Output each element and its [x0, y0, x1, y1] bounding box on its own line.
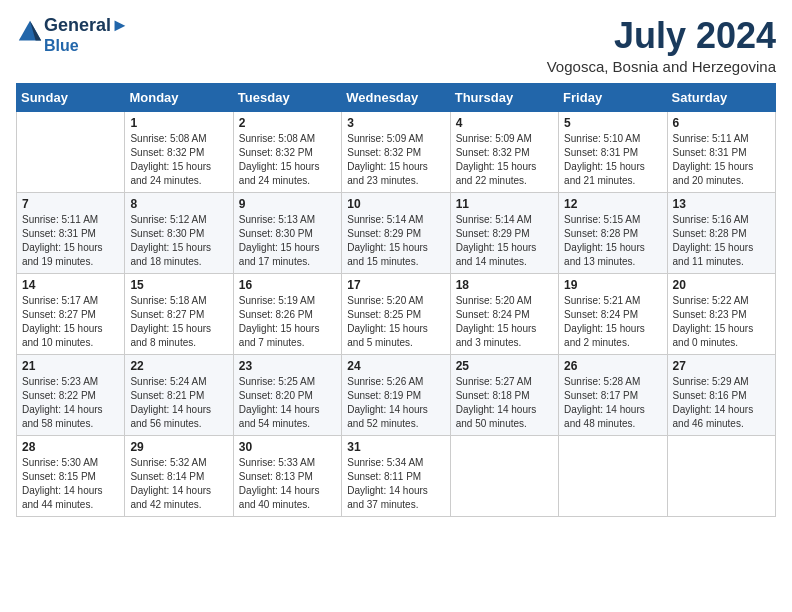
header-cell-friday: Friday: [559, 83, 667, 111]
day-number: 7: [22, 197, 119, 211]
day-info: Sunrise: 5:20 AM Sunset: 8:24 PM Dayligh…: [456, 294, 553, 350]
day-number: 10: [347, 197, 444, 211]
day-number: 29: [130, 440, 227, 454]
day-info: Sunrise: 5:29 AM Sunset: 8:16 PM Dayligh…: [673, 375, 770, 431]
day-cell: 17Sunrise: 5:20 AM Sunset: 8:25 PM Dayli…: [342, 273, 450, 354]
day-number: 8: [130, 197, 227, 211]
day-number: 5: [564, 116, 661, 130]
logo-icon: [16, 18, 44, 46]
day-info: Sunrise: 5:09 AM Sunset: 8:32 PM Dayligh…: [347, 132, 444, 188]
day-info: Sunrise: 5:08 AM Sunset: 8:32 PM Dayligh…: [239, 132, 336, 188]
day-cell: 7Sunrise: 5:11 AM Sunset: 8:31 PM Daylig…: [17, 192, 125, 273]
day-cell: 2Sunrise: 5:08 AM Sunset: 8:32 PM Daylig…: [233, 111, 341, 192]
day-number: 30: [239, 440, 336, 454]
day-number: 26: [564, 359, 661, 373]
day-number: 9: [239, 197, 336, 211]
day-cell: 18Sunrise: 5:20 AM Sunset: 8:24 PM Dayli…: [450, 273, 558, 354]
day-cell: 10Sunrise: 5:14 AM Sunset: 8:29 PM Dayli…: [342, 192, 450, 273]
day-number: 4: [456, 116, 553, 130]
day-number: 18: [456, 278, 553, 292]
logo: General► Blue: [16, 16, 129, 56]
day-info: Sunrise: 5:20 AM Sunset: 8:25 PM Dayligh…: [347, 294, 444, 350]
day-number: 2: [239, 116, 336, 130]
day-number: 13: [673, 197, 770, 211]
day-cell: 28Sunrise: 5:30 AM Sunset: 8:15 PM Dayli…: [17, 435, 125, 516]
day-number: 25: [456, 359, 553, 373]
day-number: 28: [22, 440, 119, 454]
day-number: 20: [673, 278, 770, 292]
day-cell: 15Sunrise: 5:18 AM Sunset: 8:27 PM Dayli…: [125, 273, 233, 354]
day-info: Sunrise: 5:14 AM Sunset: 8:29 PM Dayligh…: [456, 213, 553, 269]
day-number: 15: [130, 278, 227, 292]
day-cell: [17, 111, 125, 192]
day-number: 11: [456, 197, 553, 211]
header-cell-tuesday: Tuesday: [233, 83, 341, 111]
day-info: Sunrise: 5:14 AM Sunset: 8:29 PM Dayligh…: [347, 213, 444, 269]
day-number: 6: [673, 116, 770, 130]
day-cell: 27Sunrise: 5:29 AM Sunset: 8:16 PM Dayli…: [667, 354, 775, 435]
page-header: General► Blue July 2024 Vogosca, Bosnia …: [16, 16, 776, 75]
day-number: 1: [130, 116, 227, 130]
day-cell: 16Sunrise: 5:19 AM Sunset: 8:26 PM Dayli…: [233, 273, 341, 354]
day-number: 24: [347, 359, 444, 373]
day-number: 19: [564, 278, 661, 292]
day-info: Sunrise: 5:28 AM Sunset: 8:17 PM Dayligh…: [564, 375, 661, 431]
day-info: Sunrise: 5:18 AM Sunset: 8:27 PM Dayligh…: [130, 294, 227, 350]
header-cell-wednesday: Wednesday: [342, 83, 450, 111]
day-cell: [450, 435, 558, 516]
day-cell: 12Sunrise: 5:15 AM Sunset: 8:28 PM Dayli…: [559, 192, 667, 273]
day-cell: 11Sunrise: 5:14 AM Sunset: 8:29 PM Dayli…: [450, 192, 558, 273]
day-cell: 6Sunrise: 5:11 AM Sunset: 8:31 PM Daylig…: [667, 111, 775, 192]
day-cell: 25Sunrise: 5:27 AM Sunset: 8:18 PM Dayli…: [450, 354, 558, 435]
day-info: Sunrise: 5:27 AM Sunset: 8:18 PM Dayligh…: [456, 375, 553, 431]
day-info: Sunrise: 5:17 AM Sunset: 8:27 PM Dayligh…: [22, 294, 119, 350]
day-number: 3: [347, 116, 444, 130]
header-cell-thursday: Thursday: [450, 83, 558, 111]
month-title: July 2024: [547, 16, 776, 56]
calendar-header-row: SundayMondayTuesdayWednesdayThursdayFrid…: [17, 83, 776, 111]
day-info: Sunrise: 5:34 AM Sunset: 8:11 PM Dayligh…: [347, 456, 444, 512]
day-info: Sunrise: 5:08 AM Sunset: 8:32 PM Dayligh…: [130, 132, 227, 188]
day-cell: 1Sunrise: 5:08 AM Sunset: 8:32 PM Daylig…: [125, 111, 233, 192]
day-info: Sunrise: 5:26 AM Sunset: 8:19 PM Dayligh…: [347, 375, 444, 431]
day-cell: 31Sunrise: 5:34 AM Sunset: 8:11 PM Dayli…: [342, 435, 450, 516]
week-row-5: 28Sunrise: 5:30 AM Sunset: 8:15 PM Dayli…: [17, 435, 776, 516]
day-cell: [559, 435, 667, 516]
day-cell: 3Sunrise: 5:09 AM Sunset: 8:32 PM Daylig…: [342, 111, 450, 192]
day-cell: 24Sunrise: 5:26 AM Sunset: 8:19 PM Dayli…: [342, 354, 450, 435]
day-info: Sunrise: 5:19 AM Sunset: 8:26 PM Dayligh…: [239, 294, 336, 350]
day-cell: 8Sunrise: 5:12 AM Sunset: 8:30 PM Daylig…: [125, 192, 233, 273]
day-info: Sunrise: 5:23 AM Sunset: 8:22 PM Dayligh…: [22, 375, 119, 431]
day-cell: 21Sunrise: 5:23 AM Sunset: 8:22 PM Dayli…: [17, 354, 125, 435]
day-cell: [667, 435, 775, 516]
day-info: Sunrise: 5:21 AM Sunset: 8:24 PM Dayligh…: [564, 294, 661, 350]
day-cell: 23Sunrise: 5:25 AM Sunset: 8:20 PM Dayli…: [233, 354, 341, 435]
day-number: 27: [673, 359, 770, 373]
title-block: July 2024 Vogosca, Bosnia and Herzegovin…: [547, 16, 776, 75]
header-cell-monday: Monday: [125, 83, 233, 111]
day-cell: 20Sunrise: 5:22 AM Sunset: 8:23 PM Dayli…: [667, 273, 775, 354]
week-row-4: 21Sunrise: 5:23 AM Sunset: 8:22 PM Dayli…: [17, 354, 776, 435]
header-cell-sunday: Sunday: [17, 83, 125, 111]
day-number: 12: [564, 197, 661, 211]
day-info: Sunrise: 5:22 AM Sunset: 8:23 PM Dayligh…: [673, 294, 770, 350]
day-number: 14: [22, 278, 119, 292]
day-info: Sunrise: 5:10 AM Sunset: 8:31 PM Dayligh…: [564, 132, 661, 188]
day-info: Sunrise: 5:16 AM Sunset: 8:28 PM Dayligh…: [673, 213, 770, 269]
day-cell: 13Sunrise: 5:16 AM Sunset: 8:28 PM Dayli…: [667, 192, 775, 273]
day-cell: 26Sunrise: 5:28 AM Sunset: 8:17 PM Dayli…: [559, 354, 667, 435]
day-cell: 22Sunrise: 5:24 AM Sunset: 8:21 PM Dayli…: [125, 354, 233, 435]
day-cell: 29Sunrise: 5:32 AM Sunset: 8:14 PM Dayli…: [125, 435, 233, 516]
header-cell-saturday: Saturday: [667, 83, 775, 111]
location-subtitle: Vogosca, Bosnia and Herzegovina: [547, 58, 776, 75]
day-info: Sunrise: 5:25 AM Sunset: 8:20 PM Dayligh…: [239, 375, 336, 431]
week-row-2: 7Sunrise: 5:11 AM Sunset: 8:31 PM Daylig…: [17, 192, 776, 273]
logo-text: General► Blue: [44, 16, 129, 56]
day-cell: 30Sunrise: 5:33 AM Sunset: 8:13 PM Dayli…: [233, 435, 341, 516]
day-number: 23: [239, 359, 336, 373]
day-info: Sunrise: 5:11 AM Sunset: 8:31 PM Dayligh…: [673, 132, 770, 188]
day-info: Sunrise: 5:13 AM Sunset: 8:30 PM Dayligh…: [239, 213, 336, 269]
day-cell: 4Sunrise: 5:09 AM Sunset: 8:32 PM Daylig…: [450, 111, 558, 192]
day-info: Sunrise: 5:24 AM Sunset: 8:21 PM Dayligh…: [130, 375, 227, 431]
day-number: 16: [239, 278, 336, 292]
